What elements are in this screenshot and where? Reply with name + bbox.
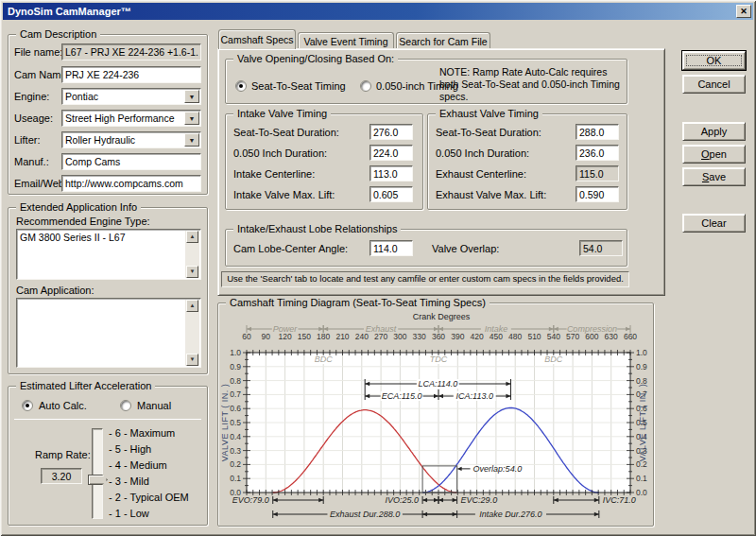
scroll-down-icon[interactable]: ▼ bbox=[186, 266, 198, 278]
svg-text:330: 330 bbox=[413, 332, 426, 341]
engine-dropdown[interactable]: Pontiac ▼ bbox=[61, 88, 201, 105]
svg-text:390: 390 bbox=[451, 332, 464, 341]
lifter-acceleration-group: Estimated Lifter Acceleration Auto Calc.… bbox=[8, 386, 208, 526]
tab-search-for-cam-file[interactable]: Search for Cam File bbox=[396, 32, 490, 49]
lobe-center-angle-field[interactable]: 114.0 bbox=[369, 240, 413, 256]
useage-dropdown[interactable]: Street High Performance ▼ bbox=[61, 110, 201, 127]
lobe-relationships-title: Intake/Exhaust Lobe Relationships bbox=[233, 222, 401, 235]
recommended-engine-type-text: GM 3800 Series II - L67 bbox=[20, 232, 125, 243]
scale-4-medium: - 4 - Medium bbox=[109, 459, 167, 472]
intake-centerline-field[interactable]: 113.0 bbox=[369, 165, 413, 182]
svg-text:510: 510 bbox=[527, 332, 541, 341]
tab-camshaft-specs[interactable]: Camshaft Specs bbox=[218, 29, 296, 49]
intake-max-lift-field[interactable]: 0.605 bbox=[369, 186, 413, 202]
camshaft-timing-chart: BDCTDCBDC6090120150180210240270300330360… bbox=[218, 307, 655, 526]
ramp-rate-note: NOTE: Ramp Rate Auto-Calc requires both … bbox=[439, 66, 625, 103]
manuf-field[interactable]: Comp Cams bbox=[61, 153, 201, 170]
cam-application-scrollbar[interactable]: ▲ ▼ bbox=[185, 300, 199, 366]
lifter-acceleration-title: Estimated Lifter Acceleration bbox=[16, 379, 155, 392]
intake-050-duration-label: 0.050 Inch Duration: bbox=[233, 147, 327, 160]
scroll-up-icon[interactable]: ▲ bbox=[186, 231, 198, 243]
manual-label: Manual bbox=[137, 400, 171, 412]
svg-text:IVC:71.0: IVC:71.0 bbox=[603, 495, 636, 505]
exhaust-sts-duration-field[interactable]: 288.0 bbox=[576, 124, 619, 140]
exhaust-valve-timing-group: Exhaust Valve Timing Seat-To-Seat Durati… bbox=[427, 113, 627, 210]
svg-text:LCA:114.0: LCA:114.0 bbox=[418, 379, 457, 389]
scale-3-mild: - 3 - Mild bbox=[109, 475, 149, 488]
svg-text:0.6: 0.6 bbox=[230, 404, 241, 413]
svg-text:IVO:25.0: IVO:25.0 bbox=[386, 495, 420, 505]
svg-text:0.1: 0.1 bbox=[636, 474, 647, 483]
scroll-down-icon[interactable]: ▼ bbox=[186, 354, 198, 366]
scroll-up-icon[interactable]: ▲ bbox=[186, 300, 198, 312]
clear-button[interactable]: Clear bbox=[682, 214, 746, 233]
engine-dropdown-arrow-icon[interactable]: ▼ bbox=[184, 90, 199, 103]
save-button[interactable]: Save bbox=[682, 167, 746, 186]
svg-text:0.0: 0.0 bbox=[636, 488, 647, 497]
cam-application-textarea[interactable]: ▲ ▼ bbox=[16, 298, 201, 368]
scale-6-maximum: - 6 - Maximum bbox=[109, 427, 175, 440]
svg-text:0.9: 0.9 bbox=[230, 362, 241, 372]
svg-text:360: 360 bbox=[432, 332, 445, 341]
extended-application-info-group: Extended Application Info Recommended En… bbox=[8, 207, 208, 374]
divider bbox=[14, 419, 201, 420]
svg-text:EVO:79.0: EVO:79.0 bbox=[232, 495, 269, 505]
svg-text:Exhaust: Exhaust bbox=[366, 324, 397, 334]
svg-text:150: 150 bbox=[298, 332, 311, 341]
valve-overlap-label: Valve Overlap: bbox=[432, 243, 499, 255]
close-button[interactable]: ✕ bbox=[736, 5, 751, 18]
email-web-field[interactable]: http://www.compcams.com bbox=[61, 175, 201, 192]
svg-text:60: 60 bbox=[242, 332, 251, 341]
cam-description-title: Cam Description bbox=[16, 27, 100, 41]
intake-sts-duration-label: Seat-To-Seat Duration: bbox=[233, 127, 339, 139]
recommended-engine-type-label: Recommended Engine Type: bbox=[16, 216, 150, 228]
y-axis-title-left: VALVE LIFT ( IN. ) bbox=[220, 384, 230, 462]
seat-to-seat-label: Seat-To-Seat Timing bbox=[251, 80, 346, 93]
exhaust-centerline-field: 115.0 bbox=[576, 165, 619, 182]
svg-text:BDC: BDC bbox=[544, 354, 563, 364]
scale-5-high: - 5 - High bbox=[109, 443, 151, 456]
engine-type-scrollbar[interactable]: ▲ ▼ bbox=[185, 231, 199, 278]
ok-button[interactable]: OK bbox=[682, 51, 746, 70]
svg-text:0.7: 0.7 bbox=[230, 389, 241, 399]
lifter-value: Roller Hydraulic bbox=[65, 134, 135, 146]
useage-label: Useage: bbox=[14, 112, 53, 125]
cam-description-group: Cam Description File name: L67 - PRJ XE … bbox=[8, 34, 208, 195]
svg-text:EVC:29.0: EVC:29.0 bbox=[461, 495, 498, 505]
intake-050-duration-field[interactable]: 224.0 bbox=[369, 145, 413, 161]
ramp-rate-slider-track[interactable] bbox=[92, 428, 103, 519]
svg-text:0.4: 0.4 bbox=[230, 432, 241, 441]
lifter-dropdown-arrow-icon[interactable]: ▼ bbox=[184, 133, 199, 147]
cam-name-field[interactable]: PRJ XE 224-236 bbox=[61, 66, 201, 83]
manual-radio[interactable] bbox=[120, 400, 131, 411]
seat-to-seat-radio[interactable] bbox=[235, 80, 247, 92]
exhaust-050-duration-field[interactable]: 236.0 bbox=[576, 145, 619, 161]
open-button[interactable]: Open bbox=[682, 145, 746, 164]
svg-text:660: 660 bbox=[624, 332, 637, 341]
exhaust-max-lift-field[interactable]: 0.590 bbox=[576, 186, 619, 202]
intake-sts-duration-field[interactable]: 276.0 bbox=[369, 124, 413, 140]
close-icon: ✕ bbox=[740, 7, 747, 16]
lobe-relationships-group: Intake/Exhaust Lobe Relationships Cam Lo… bbox=[225, 229, 627, 267]
svg-text:0.5: 0.5 bbox=[230, 418, 241, 427]
lobe-center-angle-label: Cam Lobe-Center Angle: bbox=[233, 243, 348, 255]
cancel-button[interactable]: Cancel bbox=[682, 75, 746, 94]
recommended-engine-type-textarea[interactable]: GM 3800 Series II - L67 ▲ ▼ bbox=[16, 229, 201, 280]
inch-timing-radio[interactable] bbox=[360, 80, 371, 92]
manuf-label: Manuf.: bbox=[14, 156, 49, 168]
auto-calc-radio[interactable] bbox=[22, 400, 33, 411]
lifter-label: Lifter: bbox=[14, 134, 41, 147]
useage-dropdown-arrow-icon[interactable]: ▼ bbox=[184, 112, 199, 125]
window-title: DynoSim CamManager™ bbox=[8, 6, 736, 17]
apply-button[interactable]: Apply bbox=[682, 122, 746, 141]
svg-text:0.1: 0.1 bbox=[230, 474, 241, 483]
svg-text:1.0: 1.0 bbox=[636, 348, 647, 357]
scale-2-typical-oem: - 2 - Typical OEM bbox=[109, 492, 189, 504]
svg-text:210: 210 bbox=[335, 332, 349, 341]
title-bar[interactable]: DynoSim CamManager™ ✕ bbox=[3, 3, 753, 20]
ramp-rate-slider-thumb[interactable] bbox=[88, 475, 108, 485]
svg-text:0.3: 0.3 bbox=[230, 446, 241, 456]
lifter-dropdown[interactable]: Roller Hydraulic ▼ bbox=[61, 131, 201, 148]
svg-text:ICA:113.0: ICA:113.0 bbox=[456, 391, 493, 401]
tab-valve-event-timing[interactable]: Valve Event Timing bbox=[298, 32, 394, 49]
